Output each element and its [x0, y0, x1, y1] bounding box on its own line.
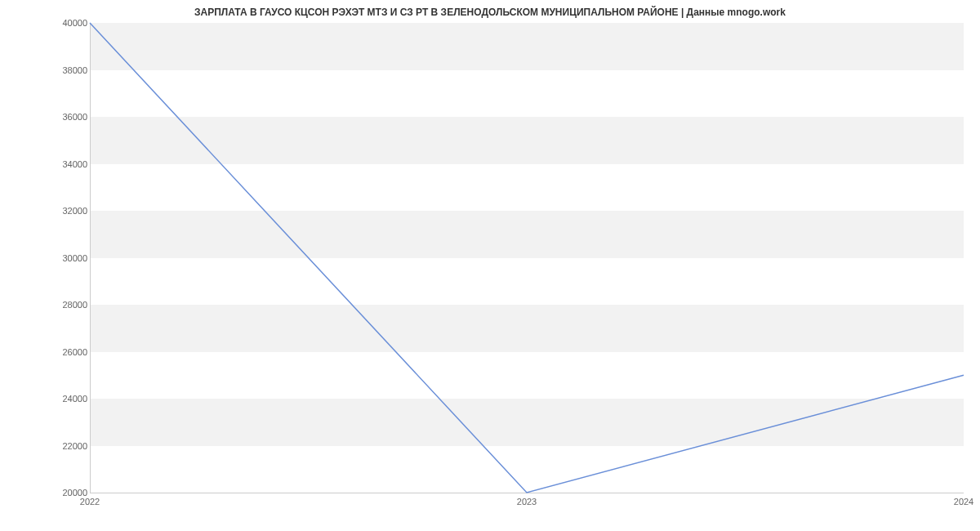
- y-tick-label: 26000: [51, 347, 87, 357]
- y-axis: 2000022000240002600028000300003200034000…: [51, 23, 87, 493]
- y-tick-label: 38000: [51, 65, 87, 75]
- series-line: [90, 23, 964, 493]
- x-tick-label: 2023: [517, 497, 537, 506]
- y-tick-label: 34000: [51, 159, 87, 169]
- x-tick-label: 2022: [80, 497, 100, 506]
- y-tick-label: 32000: [51, 206, 87, 216]
- chart-title: ЗАРПЛАТА В ГАУСО КЦСОН РЭХЭТ МТЗ И СЗ РТ…: [0, 7, 980, 18]
- y-tick-label: 22000: [51, 441, 87, 451]
- y-tick-label: 30000: [51, 253, 87, 263]
- y-tick-label: 40000: [51, 18, 87, 28]
- plot-area: [90, 23, 964, 493]
- x-axis: 202220232024: [90, 494, 964, 511]
- y-tick-label: 24000: [51, 394, 87, 404]
- x-tick-label: 2024: [954, 497, 973, 506]
- y-tick-label: 28000: [51, 300, 87, 310]
- line-layer: [90, 23, 964, 493]
- y-tick-label: 36000: [51, 112, 87, 122]
